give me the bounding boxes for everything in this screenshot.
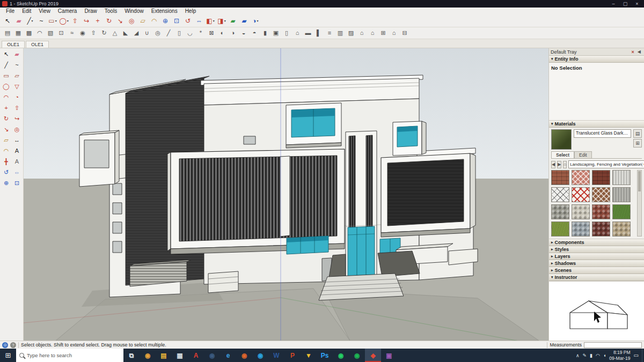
tray-section-scenes[interactable]: ▸ Scenes bbox=[549, 267, 644, 274]
offset-surface-tool[interactable]: ▤ bbox=[2, 28, 13, 39]
pen-icon[interactable]: ✎ bbox=[583, 353, 587, 358]
dimension-tool[interactable]: ↔ bbox=[12, 136, 22, 145]
drape-tool[interactable]: ▧ bbox=[45, 28, 56, 39]
maximize-button[interactable]: ▢ bbox=[619, 0, 631, 8]
swatch-brick-dark[interactable] bbox=[592, 170, 610, 185]
tray-section-styles[interactable]: ▸ Styles bbox=[549, 246, 644, 253]
swatch-lattice-white[interactable] bbox=[551, 187, 569, 202]
rectangle-tool[interactable]: ▭ bbox=[1, 71, 11, 80]
axes-tool[interactable]: ╋ bbox=[1, 157, 11, 166]
menu-item[interactable]: Window bbox=[121, 8, 148, 14]
extrude-tool[interactable]: ⇧ bbox=[88, 28, 99, 39]
taper-tool[interactable]: △ bbox=[109, 28, 120, 39]
downloads-icon[interactable]: ▼ bbox=[301, 349, 317, 362]
circle-tool[interactable]: ◯ ▾ bbox=[58, 16, 69, 26]
scale-tool[interactable]: ↘ bbox=[115, 16, 126, 26]
pan-tool[interactable]: ⇔ bbox=[12, 168, 22, 177]
display-secondary-pane-button[interactable]: ▤ bbox=[633, 129, 642, 138]
solid-subtract-tool[interactable]: ◑ bbox=[228, 28, 238, 39]
stamp-tool[interactable]: ⊡ bbox=[56, 28, 67, 39]
material-name-field[interactable]: Translucent Glass Dark Green bbox=[574, 129, 631, 138]
weld-edges-tool[interactable]: ◡ bbox=[185, 28, 195, 39]
action-center-icon[interactable]: ▭ bbox=[631, 352, 642, 358]
fence-tool[interactable]: ▥ bbox=[335, 28, 346, 39]
hatch-pattern-tool[interactable]: ▨ bbox=[346, 28, 356, 39]
zoom-tool[interactable]: ⊕ bbox=[160, 16, 171, 26]
swatch-brick-rough[interactable] bbox=[551, 170, 569, 185]
entity-info-header[interactable]: ▾ Entity Info bbox=[549, 56, 644, 63]
network-icon[interactable]: ◠ bbox=[596, 353, 600, 358]
circle-tool[interactable]: ◯ bbox=[1, 82, 11, 91]
swatch-fence-white[interactable] bbox=[612, 170, 631, 185]
pushpull-tool[interactable]: ⇧ bbox=[70, 16, 80, 26]
close-button[interactable]: × bbox=[631, 0, 643, 8]
swatch-grass-olive[interactable] bbox=[551, 221, 569, 237]
calculator-icon[interactable]: ▦ bbox=[172, 349, 188, 362]
chamfer-tool[interactable]: ◢ bbox=[131, 28, 142, 39]
make-component-tool[interactable]: ◧ ▾ bbox=[205, 16, 216, 26]
arc-tool[interactable]: ◠ bbox=[1, 93, 11, 102]
telegram-icon[interactable]: ◉ bbox=[252, 349, 268, 362]
menu-item[interactable]: Draw bbox=[80, 8, 100, 14]
swatch-lattice-open-red[interactable] bbox=[572, 187, 590, 202]
swatch-stone-gray[interactable] bbox=[551, 204, 569, 219]
bevel-tool[interactable]: ◣ bbox=[120, 28, 131, 39]
roof-tool[interactable]: ⌂ bbox=[292, 28, 303, 39]
task-view-button[interactable]: ⧉ bbox=[123, 349, 140, 362]
steam-icon[interactable]: ◉ bbox=[204, 349, 220, 362]
taskbar-search[interactable]: Type here to search bbox=[16, 349, 123, 362]
protractor-tool[interactable]: ◠ bbox=[149, 16, 159, 26]
floor-tool[interactable]: ▬ bbox=[303, 28, 313, 39]
minimize-button[interactable]: – bbox=[608, 0, 619, 8]
select-tool[interactable]: ↖ bbox=[2, 16, 13, 26]
show-desktop-button[interactable] bbox=[642, 349, 644, 362]
back-button[interactable]: ◀ bbox=[551, 161, 555, 168]
quad-face-tool[interactable]: ▦ bbox=[13, 28, 24, 39]
column-tool[interactable]: ▌ bbox=[313, 28, 324, 39]
eraser-tool[interactable]: ▰ bbox=[12, 50, 22, 59]
whatsapp-icon[interactable]: ◉ bbox=[333, 349, 349, 362]
followme-tool[interactable]: ↪ bbox=[12, 114, 22, 123]
rotate-tool[interactable]: ↻ bbox=[1, 114, 11, 123]
swatch-sand-tan[interactable] bbox=[612, 221, 631, 237]
door-tool[interactable]: ▯ bbox=[281, 28, 292, 39]
help-icon[interactable]: ? bbox=[10, 342, 16, 348]
menu-item[interactable]: Edit bbox=[18, 8, 35, 14]
scale-tool[interactable]: ↘ bbox=[1, 125, 11, 134]
pushpull-tool[interactable]: ⇧ bbox=[12, 104, 22, 113]
pie-tool[interactable]: ◔ bbox=[12, 93, 22, 102]
move-tool[interactable]: + bbox=[1, 104, 11, 113]
intersect-faces-tool[interactable]: ⊠ bbox=[206, 28, 217, 39]
mirror-tool[interactable]: ▯ bbox=[174, 28, 185, 39]
swatch-lattice-red[interactable] bbox=[572, 170, 590, 185]
grid-tool[interactable]: ▩ bbox=[24, 28, 34, 39]
rotated-rectangle-tool[interactable]: ▱ bbox=[12, 71, 22, 80]
materials-tab-edit[interactable]: Edit bbox=[574, 151, 592, 158]
zoom-extents-tool[interactable]: ⊡ bbox=[12, 179, 22, 188]
tray-section-layers[interactable]: ▸ Layers bbox=[549, 253, 644, 260]
swatch-stone-blue[interactable] bbox=[572, 221, 590, 237]
swatch-gravel-dark[interactable] bbox=[592, 221, 610, 237]
swatch-scrollbar[interactable] bbox=[637, 170, 642, 237]
section-display-tool[interactable]: ▰ bbox=[239, 16, 250, 26]
wall-tool[interactable]: ▮ bbox=[260, 28, 270, 39]
tape-measure-tool[interactable]: ▱ bbox=[1, 136, 11, 145]
smoove-tool[interactable]: ◉ bbox=[77, 28, 88, 39]
menu-item[interactable]: View bbox=[35, 8, 54, 14]
photos-icon[interactable]: ▣ bbox=[381, 349, 397, 362]
3d-warehouse-tool[interactable]: ⌂ bbox=[367, 28, 378, 39]
menu-item[interactable]: Extensions bbox=[148, 8, 181, 14]
materials-tab-select[interactable]: Select bbox=[551, 151, 574, 158]
orbit-tool[interactable]: ↺ bbox=[182, 16, 193, 26]
zoom-tool[interactable]: ⊕ bbox=[1, 179, 11, 188]
group-tool[interactable]: ◨ ▾ bbox=[216, 16, 227, 26]
hidden-icons-chevron[interactable]: ∧ bbox=[576, 353, 580, 358]
eraser-tool[interactable]: ▰ bbox=[13, 16, 24, 26]
move-tool[interactable]: + bbox=[92, 16, 103, 26]
photoshop-icon[interactable]: Ps bbox=[317, 349, 333, 362]
line-tool[interactable]: ╱ bbox=[1, 61, 11, 70]
in-model-button[interactable]: ⌂ bbox=[563, 161, 567, 168]
lathe-tool[interactable]: ↻ bbox=[99, 28, 109, 39]
pan-tool[interactable]: ⇔ bbox=[194, 16, 204, 26]
line-tool[interactable]: ╱ ▾ bbox=[25, 16, 35, 26]
